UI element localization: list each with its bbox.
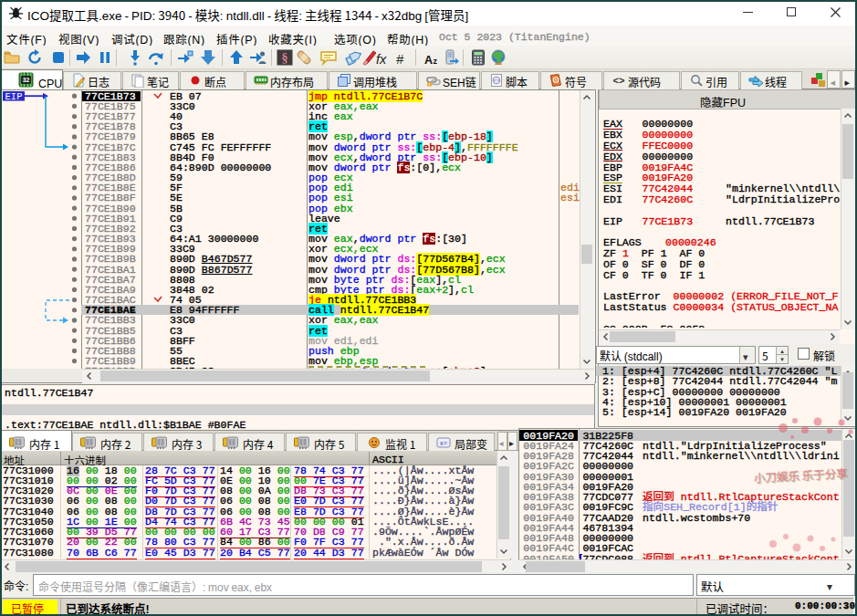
svg-text:x=: x= <box>440 440 447 447</box>
svg-text:<>: <> <box>612 76 625 87</box>
svg-text:EIP: EIP <box>5 91 23 102</box>
svg-text:32: 32 <box>23 77 30 83</box>
svg-text:§: § <box>282 51 288 65</box>
svg-text:!: ! <box>429 81 431 88</box>
svg-text:<>: <> <box>494 78 500 84</box>
